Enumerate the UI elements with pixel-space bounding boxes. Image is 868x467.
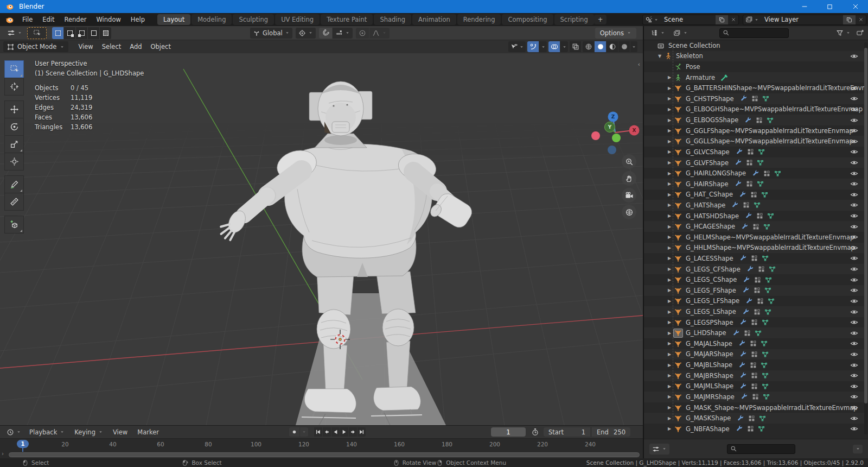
outliner-row[interactable]: ▶ G_HAT_CShape	[644, 190, 864, 200]
visibility-eye-icon[interactable]	[850, 254, 858, 262]
object-name[interactable]: G_CHSTPShape	[686, 95, 734, 103]
options-button[interactable]: Options	[595, 28, 636, 39]
sidebar-collapse-handle[interactable]: ‹	[638, 61, 640, 68]
outliner-row[interactable]: ▶ G_LEGS_FShape	[644, 285, 864, 296]
scene-icon[interactable]	[643, 16, 661, 23]
object-name[interactable]: G_HCAGEShape	[686, 223, 735, 230]
maximize-button[interactable]	[817, 0, 843, 13]
outliner-row[interactable]: ▶ G_HCAGEShape	[644, 221, 864, 232]
object-name[interactable]: G_HAIRLONGShape	[686, 169, 746, 177]
outliner-row[interactable]: ▶ G_MAJBLShape	[644, 359, 864, 370]
visibility-eye-icon[interactable]	[850, 382, 858, 390]
expand-arrow[interactable]: ▶	[666, 267, 673, 272]
object-name[interactable]: G_MASK_Shape~MVPSwappableIrradLitTexture…	[686, 404, 858, 412]
expand-arrow[interactable]: ▶	[666, 192, 673, 197]
expand-arrow[interactable]: ▶	[666, 224, 673, 229]
auto-keying-dropdown[interactable]	[300, 427, 308, 437]
outliner-row[interactable]: ▶ G_LEGS_CFShape	[644, 264, 864, 275]
gizmos-dropdown[interactable]	[539, 41, 547, 52]
object-name[interactable]: G_MAJBRShape	[686, 372, 733, 380]
outliner-row[interactable]: ▶ G_ELBOGHShape~MVPSwappableIrradLitText…	[644, 104, 864, 115]
workspace-tab[interactable]: UV Editing	[275, 14, 320, 25]
expand-arrow[interactable]: ▶	[666, 288, 673, 293]
visibility-eye-icon[interactable]	[850, 329, 858, 337]
workspace-tab[interactable]: Rendering	[457, 14, 501, 25]
select-mode-invert[interactable]	[88, 27, 99, 39]
outliner-row[interactable]: ▶ G_HATShape	[644, 200, 864, 211]
object-name[interactable]: G_MASKShape	[686, 414, 731, 422]
workspace-tab[interactable]: Modeling	[192, 14, 232, 25]
pivot-point-dropdown[interactable]	[296, 28, 316, 39]
workspace-tab[interactable]: Sculpting	[233, 14, 274, 25]
object-name[interactable]: Armature	[686, 74, 715, 81]
transform-tool[interactable]	[4, 153, 24, 171]
shading-wireframe-button[interactable]	[583, 41, 594, 52]
mode-dropdown[interactable]: Object Mode	[3, 41, 68, 52]
move-tool[interactable]	[4, 100, 24, 118]
object-name[interactable]: G_HAIRShape	[686, 180, 729, 188]
snap-toggle-button[interactable]	[319, 28, 332, 39]
outliner-row[interactable]: ▶ G_CHSTPShape	[644, 93, 864, 104]
navigation-gizmo[interactable]: Y Z X	[591, 108, 641, 157]
cursor-tool[interactable]	[4, 78, 24, 96]
visibility-eye-icon[interactable]	[850, 159, 858, 167]
object-name[interactable]: G_LEGS_FShape	[686, 287, 736, 294]
visibility-eye-icon[interactable]	[850, 297, 858, 305]
auto-keying-toggle[interactable]	[289, 427, 299, 437]
object-name[interactable]: G_ELBOGSShape	[686, 116, 738, 124]
expand-arrow[interactable]: ▶	[666, 352, 673, 357]
snap-target-dropdown[interactable]	[333, 28, 353, 39]
outliner-row[interactable]: ▶ G_GGLLShape~MVPSwappableIrradLitTextur…	[644, 136, 864, 147]
annotate-tool[interactable]	[4, 175, 24, 193]
scale-tool[interactable]	[4, 135, 24, 153]
outliner-row[interactable]: ▶ G_MAJMRShape	[644, 392, 864, 402]
visibility-eye-icon[interactable]	[850, 233, 858, 241]
visibility-eye-icon[interactable]	[850, 308, 858, 316]
expand-arrow[interactable]: ▶	[666, 416, 673, 421]
view-layer-selector[interactable]: View Layer	[743, 15, 866, 25]
object-name[interactable]: G_BATTERSHINShape~MVPSwappableIrradLitTe…	[686, 84, 864, 92]
expand-arrow[interactable]: ▼	[656, 54, 663, 59]
playhead-badge[interactable]: 1	[17, 440, 29, 448]
visibility-eye-icon[interactable]	[850, 425, 858, 433]
new-collection-button[interactable]	[856, 29, 864, 37]
outliner-row[interactable]: Pose	[644, 61, 864, 72]
3d-viewport[interactable]: User Perspective (1) Scene Collection | …	[0, 53, 643, 425]
object-name[interactable]: G_LACESShape	[686, 255, 733, 262]
object-name[interactable]: G_LEGS_CFShape	[686, 266, 741, 273]
visibility-eye-icon[interactable]	[850, 414, 858, 422]
outliner-row[interactable]: ▶ G_HAIRShape	[644, 179, 864, 190]
outliner-row[interactable]: ▶ G_LEGS_CShape	[644, 274, 864, 285]
expand-arrow[interactable]: ▶	[666, 171, 673, 176]
previous-keyframe-button[interactable]	[323, 427, 331, 437]
visibility-eye-icon[interactable]	[850, 148, 858, 156]
scene-name[interactable]: Scene	[661, 16, 716, 23]
expand-arrow[interactable]: ▶	[666, 245, 673, 250]
minimize-button[interactable]	[792, 0, 817, 13]
object-name[interactable]: G_GLVFShape	[686, 159, 729, 167]
view-layer-icon[interactable]	[743, 16, 761, 23]
visibility-eye-icon[interactable]	[850, 52, 858, 60]
measure-tool[interactable]	[4, 193, 24, 211]
workspace-tab[interactable]: Layout	[157, 14, 190, 25]
workspace-tab[interactable]: Animation	[412, 14, 456, 25]
select-mode-set[interactable]	[52, 27, 63, 39]
object-name[interactable]: G_LEGS_LFShape	[686, 297, 739, 305]
object-name[interactable]: G_GGLFShape~MVPSwappableIrradLitTextureE…	[686, 127, 853, 135]
outliner-row[interactable]: ▶ G_MAJBRShape	[644, 370, 864, 381]
expand-arrow[interactable]: ▶	[666, 107, 673, 112]
outliner-row[interactable]: ▶ G_MASKShape	[644, 413, 864, 424]
outliner-row[interactable]: ▶ G_HATSHDShape	[644, 211, 864, 222]
expand-arrow[interactable]: ▶	[666, 363, 673, 368]
transform-orientation-dropdown[interactable]: Global	[250, 28, 292, 39]
visibility-eye-icon[interactable]	[850, 137, 858, 146]
outliner-row[interactable]: ▶ G_ELBOGSShape	[644, 115, 864, 125]
visibility-eye-icon[interactable]	[850, 94, 858, 103]
keying-menu[interactable]: Keying	[70, 427, 107, 437]
blender-menu-icon[interactable]	[4, 15, 14, 24]
marker-menu[interactable]: Marker	[133, 427, 163, 437]
object-name[interactable]: G_NBFAShape	[686, 425, 730, 433]
viewport-menu-item[interactable]: Object	[146, 42, 175, 52]
shading-dropdown[interactable]	[630, 41, 637, 52]
shading-solid-button[interactable]	[595, 41, 606, 52]
